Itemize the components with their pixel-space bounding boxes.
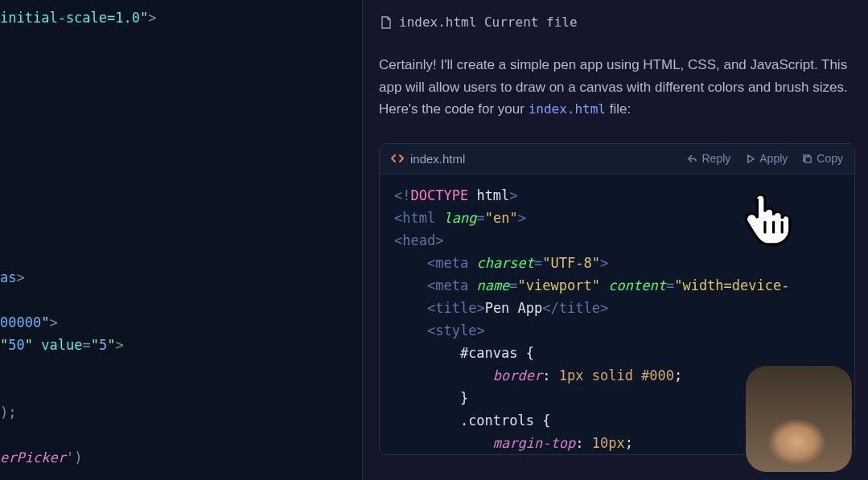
svg-rect-0 — [805, 156, 811, 162]
code-line: <style> — [394, 319, 840, 342]
code-line: erPicker') — [0, 446, 362, 469]
code-line: <html lang="en"> — [394, 207, 840, 229]
webcam-overlay — [746, 366, 852, 472]
code-line: <meta charset="UTF-8"> — [394, 252, 840, 274]
assistant-message: Certainly! I'll create a simple pen app … — [379, 54, 868, 121]
code-line: #canvas { — [394, 342, 840, 364]
code-line: <meta name="viewport" content="width=dev… — [394, 274, 840, 297]
code-block-header: index.html Reply Apply Copy — [380, 144, 854, 174]
file-icon — [381, 16, 392, 29]
play-icon — [745, 154, 755, 164]
code-line: as> — [0, 266, 362, 289]
copy-button[interactable]: Copy — [802, 152, 843, 165]
context-file-chip[interactable]: index.html Current file — [381, 14, 868, 30]
code-icon — [391, 154, 404, 163]
code-line: "50" value="5"> — [0, 334, 362, 356]
context-filename: index.html Current file — [399, 14, 578, 30]
code-line: <title>Pen App</title> — [394, 297, 840, 319]
editor-panel[interactable]: initial-scale=1.0"> as> 00000"> "50" val… — [0, 0, 362, 480]
code-line: <head> — [394, 229, 840, 252]
code-block-filename: index.html — [410, 152, 465, 166]
code-line: <!DOCTYPE html> — [394, 184, 840, 207]
reply-icon — [687, 154, 697, 164]
copy-icon — [802, 154, 812, 164]
code-line: 00000"> — [0, 311, 362, 334]
inline-code: index.html — [529, 101, 606, 117]
code-line: initial-scale=1.0"> — [0, 6, 362, 29]
code-line: ); — [0, 401, 362, 424]
apply-button[interactable]: Apply — [745, 152, 788, 165]
reply-button[interactable]: Reply — [687, 152, 730, 165]
